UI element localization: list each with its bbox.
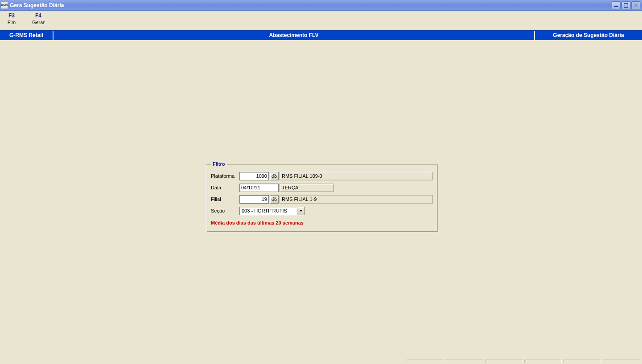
toolbar-item-gerar[interactable]: F4 Gerar — [30, 12, 46, 25]
infobar-right: Geração de Sugestão Diária — [535, 31, 642, 40]
svg-rect-1 — [624, 3, 628, 7]
titlebar: RMS Gera Sugestão Diária — [0, 0, 642, 11]
status-slot — [603, 360, 640, 363]
minimize-icon — [614, 3, 618, 8]
data-display: TERÇA — [280, 184, 334, 192]
filial-input[interactable] — [239, 195, 269, 204]
svg-point-4 — [272, 199, 274, 201]
plataforma-lookup-button[interactable] — [270, 172, 279, 180]
row-filial: Filial RMS FILIAL 1-9 — [211, 194, 433, 204]
row-plataforma: Plataforma RMS FILIAL 109-0 — [211, 171, 433, 181]
status-slot — [564, 360, 601, 363]
status-slot — [524, 360, 562, 363]
secao-select-value: 003 - HORTIFRUTIS — [239, 207, 305, 215]
plataforma-input[interactable] — [239, 172, 269, 180]
toolbar-label: Fim — [8, 20, 16, 25]
svg-point-5 — [275, 199, 277, 201]
toolbar-item-fim[interactable]: F3 Fim — [4, 12, 20, 25]
maximize-button[interactable] — [621, 1, 630, 9]
maximize-icon — [624, 3, 628, 8]
svg-rect-0 — [614, 6, 618, 7]
secao-select-arrow[interactable] — [297, 207, 304, 215]
window-buttons — [612, 1, 640, 9]
row-data: Data TERÇA — [211, 183, 433, 192]
close-icon — [634, 3, 638, 8]
svg-point-3 — [275, 176, 277, 178]
filter-legend: Filtro — [211, 161, 227, 167]
filter-panel: Filtro Plataforma RMS FILIAL 109-0 Data … — [206, 164, 438, 232]
chevron-down-icon — [299, 209, 303, 213]
status-slot — [446, 360, 483, 363]
infobar: G-RMS Retail Abastecimento FLV Geração d… — [0, 30, 642, 40]
plataforma-display: RMS FILIAL 109-0 — [280, 172, 433, 180]
label-secao: Seção — [211, 208, 239, 213]
label-plataforma: Plataforma — [211, 173, 239, 179]
close-button — [631, 1, 640, 9]
binoculars-icon — [272, 173, 277, 179]
filial-display: RMS FILIAL 1-9 — [280, 195, 433, 204]
filial-lookup-button[interactable] — [270, 195, 279, 204]
infobar-center: Abastecimento FLV — [54, 31, 535, 40]
secao-select[interactable]: 003 - HORTIFRUTIS — [239, 207, 305, 215]
toolbar: F3 Fim F4 Gerar — [0, 11, 642, 30]
window-title: Gera Sugestão Diária — [10, 2, 612, 8]
toolbar-key: F3 — [8, 12, 15, 19]
label-filial: Filial — [211, 196, 239, 202]
data-input[interactable] — [239, 184, 279, 192]
minimize-button[interactable] — [612, 1, 621, 9]
toolbar-label: Gerar — [32, 20, 45, 25]
binoculars-icon — [272, 196, 277, 202]
workspace: Filtro Plataforma RMS FILIAL 109-0 Data … — [0, 40, 642, 360]
status-slot — [407, 360, 444, 363]
toolbar-key: F4 — [35, 12, 41, 19]
label-data: Data — [211, 185, 239, 190]
status-message: Média dos dias das últimas 20 semanas — [211, 220, 433, 225]
status-slot — [485, 360, 523, 363]
svg-point-2 — [272, 176, 274, 178]
row-secao: Seção 003 - HORTIFRUTIS — [211, 206, 433, 216]
infobar-left: G-RMS Retail — [0, 31, 54, 40]
app-icon: RMS — [1, 2, 8, 9]
status-bar — [0, 360, 642, 364]
